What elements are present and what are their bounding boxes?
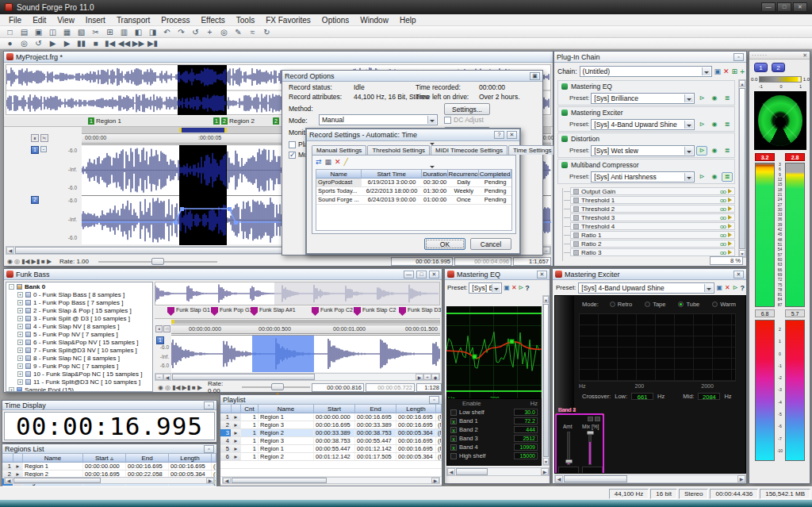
length-readout[interactable]: 00:00:05.722	[366, 383, 415, 392]
tree-footer[interactable]: + Sample Pool (15)	[6, 386, 152, 392]
preset-combo[interactable]: [Sys] Anti Harshness	[591, 171, 695, 182]
minimize-icon[interactable]: —	[761, 2, 776, 12]
ruler-tools[interactable]: ∎ ≒	[31, 134, 48, 142]
transport-icon[interactable]: ■	[89, 38, 102, 48]
window-controls[interactable]: — □ ✕	[761, 2, 807, 12]
radio-icon[interactable]	[610, 302, 615, 307]
record-settings-titlebar[interactable]: Record Settings - Automatic: Time ? ✕	[307, 129, 519, 141]
transport-icon[interactable]: ▶▮	[146, 38, 159, 48]
marker-flag-icon[interactable]	[211, 307, 218, 316]
plugin-item[interactable]: Multiband Compressor Preset: [Sys] Anti …	[557, 159, 735, 184]
minimize-icon[interactable]: —	[404, 271, 414, 278]
mode-radio[interactable]: Tape	[645, 301, 665, 308]
expand-icon[interactable]: +	[17, 300, 23, 305]
toolbar-icon[interactable]: □	[3, 27, 17, 37]
param-flag-icon[interactable]	[728, 189, 732, 194]
menu-item[interactable]: Help	[394, 15, 422, 25]
ruler-tools[interactable]: ∎ ◁	[155, 325, 170, 332]
routing-icon[interactable]: ⊳	[696, 94, 707, 103]
lock-icon[interactable]: ∎	[155, 325, 163, 332]
expand-icon[interactable]: +	[17, 324, 23, 329]
ok-button[interactable]: OK	[424, 238, 465, 250]
transport-icon[interactable]: ▮▮	[75, 38, 88, 48]
toolbar-icon[interactable]: ▣	[32, 27, 45, 37]
show-automation-icon[interactable]: oo	[720, 205, 726, 213]
automation-param-row[interactable]: Threshold 1 oo	[570, 196, 735, 204]
schedule-row[interactable]: GyroPodcast 6/19/2013 3:00:00 00:30:00 D…	[316, 179, 511, 187]
loop-bar[interactable]	[171, 320, 440, 324]
toolbar-icon[interactable]: ≈	[246, 27, 259, 37]
channel-1-controls[interactable]: 1 -	[31, 146, 47, 154]
band-frequency-value[interactable]: 30.0	[514, 409, 538, 416]
show-automation-icon[interactable]: oo	[720, 214, 726, 221]
delete-preset-icon[interactable]: ✕	[511, 284, 517, 291]
save-preset-icon[interactable]: ▣	[717, 284, 723, 291]
eq-graph[interactable]: Hz 200	[446, 306, 542, 408]
show-automation-icon[interactable]: oo	[720, 188, 726, 195]
tree-item[interactable]: + 11 - Funk Split@D3 NC [ 10 samples ]	[6, 378, 152, 386]
param-checkbox[interactable]	[573, 189, 579, 194]
band-enable-checkbox[interactable]: x	[450, 436, 457, 442]
routing-icon[interactable]: ⊞	[732, 67, 738, 75]
restore-icon[interactable]: ▫	[733, 53, 744, 61]
record-options-titlebar[interactable]: Record Options ▣	[282, 71, 542, 82]
overview-selection[interactable]	[178, 65, 227, 115]
playlist-row[interactable]: 2 ▸ 1 Region 3 00:00:16.695 00:00:33.389…	[220, 421, 442, 429]
play-item-icon[interactable]: ▸	[232, 445, 241, 452]
expand-icon[interactable]: +	[17, 340, 23, 345]
channel-tab[interactable]: 1	[156, 336, 164, 344]
band-frequency-value[interactable]: 72.2	[514, 417, 538, 424]
pin-icon[interactable]: ▣	[530, 72, 540, 80]
time-display-titlebar[interactable]: Time Display ▫	[2, 401, 216, 410]
expand-icon[interactable]: +	[17, 348, 23, 353]
toolbar-icon[interactable]: ▥	[117, 27, 131, 37]
playlist-row[interactable]: 3 ▸ 1 Region 2 00:00:33.389 00:00:38.753…	[220, 429, 442, 437]
automation-icon[interactable]: ≣	[722, 120, 733, 129]
tree-item[interactable]: + 7 - Funk Split@D3 NV [ 10 samples ]	[6, 346, 152, 354]
help-icon[interactable]: ?	[494, 131, 504, 139]
radio-icon[interactable]	[645, 302, 650, 307]
expand-icon[interactable]: +	[17, 371, 23, 377]
tree-item[interactable]: + 10 - Funk Slap&Pop NC [ 15 samples ]	[6, 370, 152, 378]
param-checkbox[interactable]	[573, 215, 579, 221]
transport-icon[interactable]: ◀◀	[117, 38, 131, 48]
eq-hscrollbar[interactable]: ◀▶	[446, 467, 550, 476]
expand-icon[interactable]: +	[17, 332, 23, 337]
plugin-item[interactable]: Distortion Preset: [Sys] Wet slew ⊳ ◉ ≣	[557, 133, 735, 158]
settings-button[interactable]: Settings...	[444, 103, 490, 115]
menu-item[interactable]: FX Favorites	[260, 15, 316, 25]
regions-hscrollbar[interactable]: ◀▶	[4, 477, 215, 484]
close-icon[interactable]: ✕	[802, 52, 807, 59]
band-frequency-value[interactable]: 10909	[514, 444, 538, 451]
playlist-hscrollbar[interactable]: ◀▶	[222, 477, 440, 484]
crossover-low-value[interactable]: 661	[631, 393, 653, 400]
eq-band-row[interactable]: x Band 3 2512	[447, 434, 541, 443]
play-icon[interactable]: ▶	[47, 258, 52, 265]
channel-collapse-icon[interactable]: -	[40, 146, 47, 152]
plugin-item[interactable]: Mastering EQ Preset: [Sys] Brilliance ⊳ …	[557, 80, 735, 106]
bypass-eye-icon[interactable]: ◉	[709, 172, 720, 182]
playlist-row[interactable]: 6 ▸ 1 Region 2 00:01:12.142 00:01:17.505…	[220, 453, 442, 461]
region-marker[interactable]: 2 Region 2	[221, 117, 255, 125]
toolbar-icon[interactable]: ⊞	[103, 27, 117, 37]
menu-item[interactable]: Options	[316, 15, 354, 25]
delete-chain-icon[interactable]: ✕	[723, 67, 730, 75]
automation-param-row[interactable]: Threshold 3 oo	[570, 213, 735, 221]
rate-slider[interactable]	[242, 386, 310, 388]
maximize-icon[interactable]: □	[416, 271, 427, 278]
routing-icon[interactable]: ⊳	[733, 284, 738, 291]
selection-length-readout[interactable]: 00:00:04.096	[454, 257, 511, 266]
menu-item[interactable]: Window	[354, 15, 394, 25]
mastering-eq-titlebar[interactable]: Mastering EQ ✕	[445, 269, 550, 280]
edit-schedule-icon[interactable]: ▦	[325, 158, 332, 166]
band-link-icon[interactable]	[588, 417, 593, 421]
expand-icon[interactable]: +	[17, 363, 23, 369]
rate-slider[interactable]	[98, 261, 217, 263]
exciter-band[interactable]: Band 4 Amt Mix [%]	[555, 413, 604, 474]
toolbar-icon[interactable]: ▦	[60, 27, 74, 37]
schedule-row[interactable]: Sound Forge ... 6/24/2013 9:00:00 01:00:…	[316, 196, 511, 205]
record-icon[interactable]: ◉	[158, 384, 163, 391]
stop-icon[interactable]: ■	[192, 384, 196, 391]
eq-band-row[interactable]: High shelf 15000	[447, 451, 541, 460]
scroll-right-icon[interactable]: ▶	[416, 374, 423, 380]
